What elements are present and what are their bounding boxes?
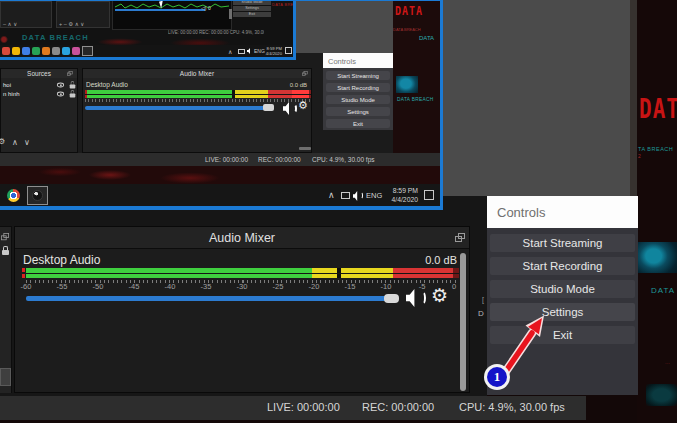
meter-tick-label: -55 <box>52 282 72 291</box>
app-icon[interactable] <box>42 47 50 55</box>
mini-mixer-level: 0.0 dB <box>273 82 307 88</box>
move-down-icon[interactable]: ∨ <box>24 138 30 147</box>
obs-taskbar-icon[interactable] <box>82 46 93 56</box>
tiny-border-bottom <box>0 57 296 60</box>
mini-status-live: LIVE: 00:00:00 <box>205 156 248 163</box>
app-icon[interactable] <box>52 47 60 55</box>
mini-border-right <box>440 0 443 210</box>
mini-wall-teal-bottom: DATA BREACH <box>397 97 433 102</box>
mini-studio-mode-button[interactable]: Studio Mode <box>326 95 390 104</box>
mini-scroll-nub[interactable] <box>299 147 311 150</box>
app-icon[interactable] <box>12 47 20 55</box>
tray-caret-icon[interactable]: ∧ <box>328 190 335 200</box>
app-icon[interactable] <box>72 47 80 55</box>
mini-exit-button[interactable]: Exit <box>326 119 390 128</box>
meter-tick-label: -25 <box>268 282 288 291</box>
tray-clock[interactable]: 8:59 PM4/4/2020 <box>384 186 418 204</box>
studio-mode-button[interactable]: Studio Mode <box>490 280 635 298</box>
tray-language[interactable]: ENG <box>254 48 265 54</box>
mixer-scrollbar[interactable] <box>460 253 466 391</box>
start-recording-button[interactable]: Start Recording <box>490 257 635 275</box>
gray-redacted-block <box>443 0 630 197</box>
lock-icon[interactable] <box>70 94 76 98</box>
source-name: n hình <box>3 91 20 97</box>
mini-sources-panel: Sources hoi n hình ⚙ ∧ ∨ <box>0 68 78 153</box>
tray-caret-icon[interactable]: ∧ <box>228 48 232 55</box>
mini-mixer-header[interactable]: Audio Mixer <box>83 69 311 78</box>
meter-tick-label: -40 <box>160 282 180 291</box>
annotation-badge: 1 <box>484 364 510 390</box>
mini-settings-button[interactable]: Settings <box>326 107 390 116</box>
screen: DATA TA BREACH 2 DATA ··· Audio Mixer De… <box>0 0 677 423</box>
app-icon[interactable] <box>62 47 70 55</box>
action-center-icon[interactable] <box>285 47 292 54</box>
mini-sources-header[interactable]: Sources <box>1 69 77 78</box>
move-up-icon[interactable]: ∧ <box>12 138 18 147</box>
sources-dock-edge <box>0 226 12 393</box>
volume-icon[interactable] <box>247 48 252 54</box>
mini-start-streaming-button[interactable]: Start Streaming <box>326 71 390 80</box>
mini-mixer-channel: Desktop Audio <box>86 81 128 88</box>
meter-tick-label: -20 <box>304 282 324 291</box>
meter-tick-label: -60 <box>16 282 36 291</box>
mini-border-bottom <box>0 206 443 210</box>
mini-wallpaper-strip: DATA DATA BREACH DATA DATA BREACH <box>393 0 440 166</box>
volume-slider-track[interactable] <box>26 296 392 301</box>
mini-source-row[interactable]: n hình <box>1 90 77 99</box>
mini-wall-teal: DATA <box>419 35 434 41</box>
status-cpu: CPU: 4.9%, 30.00 fps <box>459 401 565 413</box>
network-icon[interactable] <box>341 192 350 199</box>
gray-block-shadow <box>630 0 637 197</box>
audio-mixer-header[interactable]: Audio Mixer <box>15 227 469 249</box>
mini-wall-small-red: DATA BREACH <box>393 27 421 32</box>
mini-source-row[interactable]: hoi <box>1 81 77 90</box>
mini-screenshot: – ∧ ∨ + – ⚙ ∧ ∨ ◁) 0 Studio Mode Setting… <box>0 0 443 210</box>
app-icon[interactable] <box>32 47 40 55</box>
controls-title: Controls <box>497 205 545 220</box>
meter-peak-block <box>22 274 25 278</box>
network-icon[interactable] <box>238 49 245 54</box>
lock-icon[interactable] <box>70 85 76 89</box>
mini-slider-handle[interactable] <box>263 104 274 111</box>
action-center-icon[interactable] <box>424 190 434 200</box>
gear-icon[interactable]: ⚙ <box>298 100 308 111</box>
gear-icon[interactable]: ⚙ <box>431 286 448 305</box>
speaker-icon[interactable] <box>406 289 420 307</box>
mini-meter-ticks <box>85 99 311 102</box>
popout-icon[interactable] <box>302 71 308 76</box>
tiny-scroll-nub <box>229 9 232 19</box>
popout-icon[interactable] <box>67 71 73 76</box>
volume-slider-handle[interactable] <box>384 294 399 303</box>
popout-icon[interactable] <box>1 233 9 240</box>
mini-volume-slider[interactable] <box>85 106 266 110</box>
mini-status-rec: REC: 00:00:00 <box>258 156 301 163</box>
mini-status-bar: LIVE: 00:00:00 REC: 00:00:00 CPU: 4.9%, … <box>0 153 440 166</box>
mini-controls-header: Controls <box>323 53 393 68</box>
mini-wall-data: DATA <box>395 3 423 17</box>
start-streaming-button[interactable]: Start Streaming <box>490 234 635 252</box>
dock-notch <box>0 368 11 386</box>
tiny-menu-row: Exit <box>233 12 271 17</box>
mini-status-cpu: CPU: 4.9%, 30.00 fps <box>312 156 375 163</box>
chrome-icon[interactable] <box>7 189 20 202</box>
visibility-icon[interactable] <box>57 92 64 97</box>
lock-icon[interactable] <box>2 250 9 255</box>
obs-taskbar-button[interactable] <box>27 186 48 205</box>
gear-icon[interactable]: ⚙ <box>0 138 5 146</box>
meter-tick-label: -45 <box>124 282 144 291</box>
wallpaper-data-text: DATA <box>639 94 677 124</box>
volume-wave-icon <box>359 192 363 199</box>
popout-icon[interactable] <box>455 233 465 242</box>
meter-tick-label: -35 <box>196 282 216 291</box>
tiny-red-fragment <box>0 36 8 43</box>
source-name: hoi <box>3 82 11 88</box>
tiny-menu-row: Settings <box>233 6 271 11</box>
mini-start-recording-button[interactable]: Start Recording <box>326 83 390 92</box>
visibility-icon[interactable] <box>57 83 64 88</box>
app-icon[interactable] <box>2 47 10 55</box>
tray-clock[interactable]: 8:59 PM4/4/2020 <box>265 46 282 56</box>
meter-tick-label: -10 <box>376 282 396 291</box>
app-icon[interactable] <box>22 47 30 55</box>
tray-language[interactable]: ENG <box>366 191 382 200</box>
audio-mixer-panel: Audio Mixer Desktop Audio 0.0 dB -60 -55… <box>14 226 470 393</box>
